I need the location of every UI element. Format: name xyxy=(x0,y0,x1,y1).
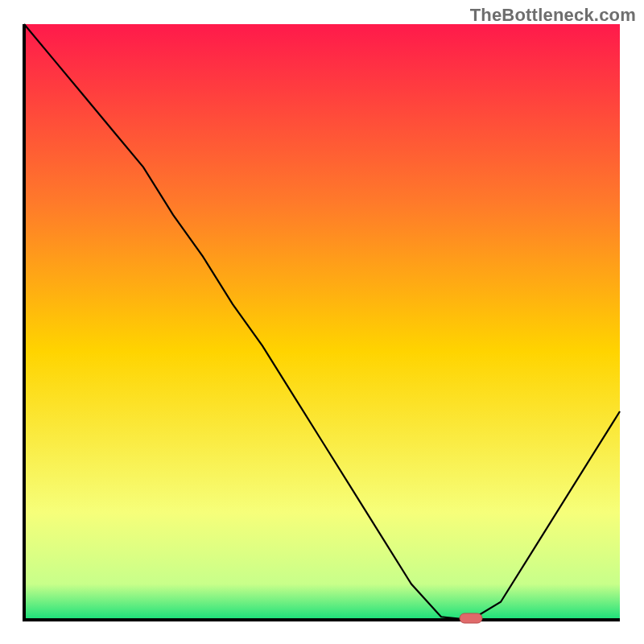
plot-background xyxy=(24,24,620,620)
optimum-marker xyxy=(460,613,482,623)
chart-canvas xyxy=(0,0,644,644)
watermark-label: TheBottleneck.com xyxy=(470,5,636,26)
bottleneck-chart: TheBottleneck.com xyxy=(0,0,644,644)
